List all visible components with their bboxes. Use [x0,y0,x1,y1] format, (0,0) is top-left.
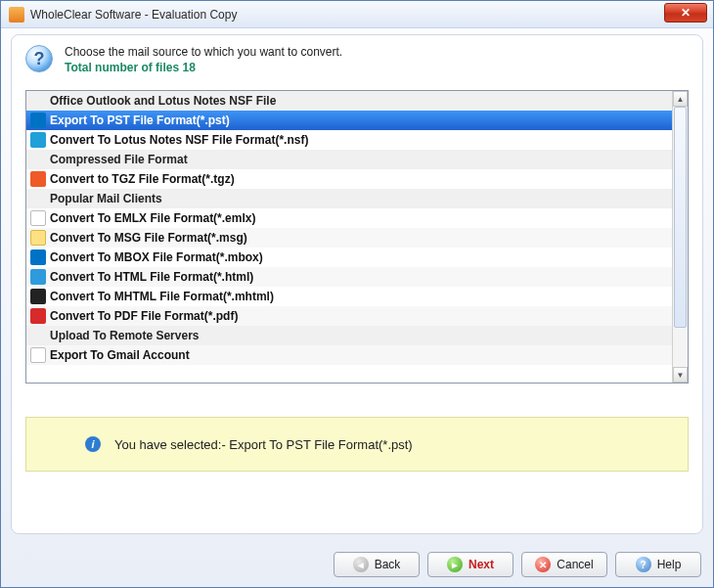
list-item[interactable]: Convert To HTML File Format(*.html) [26,267,672,287]
list-item-label: Convert To MBOX File Format(*.mbox) [50,250,263,264]
back-icon: ◄ [353,557,369,572]
close-button[interactable]: ✕ [664,3,707,23]
pdf-icon [30,308,46,324]
help-icon: ? [25,45,53,72]
list-item-label: Convert To Lotus Notes NSF File Format(*… [50,133,308,147]
list-item-label: Convert to TGZ File Format(*.tgz) [50,172,235,186]
list-item[interactable]: Convert To Lotus Notes NSF File Format(*… [26,130,672,150]
cancel-button[interactable]: ✕ Cancel [521,552,607,577]
format-listbox: Office Outlook and Lotus Notes NSF FileE… [25,90,689,384]
scroll-thumb[interactable] [674,107,687,328]
cancel-icon: ✕ [535,557,551,572]
gmail-icon: M [30,347,46,363]
instruction-header: ? Choose the mail source to which you wa… [25,45,689,74]
list-item[interactable]: Convert to TGZ File Format(*.tgz) [26,169,672,189]
close-icon: ✕ [681,6,691,20]
scroll-up-button[interactable]: ▲ [673,91,688,107]
list-item[interactable]: Convert To EMLX File Format(*.emlx) [26,208,672,228]
footer-buttons: ◄ Back ► Next ✕ Cancel ? Help [1,544,713,587]
mhtml-icon [30,289,46,304]
list-item[interactable]: Convert To MBOX File Format(*.mbox) [26,248,672,267]
msg-icon [30,230,46,246]
titlebar: WholeClear Software - Evaluation Copy ✕ [1,1,713,28]
html-icon [30,269,46,285]
list-item-label: Convert To MHTML File Format(*.mhtml) [50,290,274,303]
list-group-header: Popular Mail Clients [26,189,672,208]
outlook-icon [30,113,46,128]
scrollbar[interactable]: ▲ ▼ [672,91,688,383]
emlx-icon [30,210,46,226]
list-item-label: Convert To PDF File Format(*.pdf) [50,309,238,323]
next-button[interactable]: ► Next [427,552,513,577]
list-item-label: Export To PST File Format(*.pst) [50,113,230,127]
list-item-label: Export To Gmail Account [50,348,190,362]
help-button[interactable]: ? Help [615,552,701,577]
nsf-icon [30,132,46,148]
instruction-line1: Choose the mail source to which you want… [65,45,342,59]
instruction-text: Choose the mail source to which you want… [65,45,342,74]
window-title: WholeClear Software - Evaluation Copy [30,8,237,22]
instruction-line2: Total number of files 18 [65,61,342,74]
next-icon: ► [447,557,463,572]
list-item-label: Convert To HTML File Format(*.html) [50,270,253,284]
list-item-label: Convert To MSG File Format(*.msg) [50,231,247,245]
list-item[interactable]: Convert To MHTML File Format(*.mhtml) [26,287,672,306]
list-item[interactable]: Convert To PDF File Format(*.pdf) [26,306,672,326]
list-group-header: Office Outlook and Lotus Notes NSF File [26,91,672,111]
help-button-icon: ? [636,557,651,572]
format-list: Office Outlook and Lotus Notes NSF FileE… [26,91,672,383]
list-item[interactable]: Export To PST File Format(*.pst) [26,111,672,130]
mbox-icon [30,249,46,265]
list-group-header: Compressed File Format [26,150,672,169]
scroll-track[interactable] [673,107,688,367]
scroll-down-button[interactable]: ▼ [673,367,688,383]
app-icon [9,7,24,23]
list-item[interactable]: MExport To Gmail Account [26,345,672,365]
info-icon: i [85,436,101,452]
list-item-label: Convert To EMLX File Format(*.emlx) [50,211,255,225]
selection-notice: i You have selected:- Export To PST File… [25,417,689,472]
app-window: WholeClear Software - Evaluation Copy ✕ … [0,0,714,588]
main-panel: ? Choose the mail source to which you wa… [11,34,703,534]
back-button[interactable]: ◄ Back [334,552,420,577]
file-count: 18 [182,61,195,74]
content-area: ? Choose the mail source to which you wa… [1,28,713,544]
list-group-header: Upload To Remote Servers [26,326,672,345]
selection-text: You have selected:- Export To PST File F… [114,437,413,452]
list-item[interactable]: Convert To MSG File Format(*.msg) [26,228,672,248]
selected-format: Export To PST File Format(*.pst) [229,437,412,452]
tgz-icon [30,171,46,187]
